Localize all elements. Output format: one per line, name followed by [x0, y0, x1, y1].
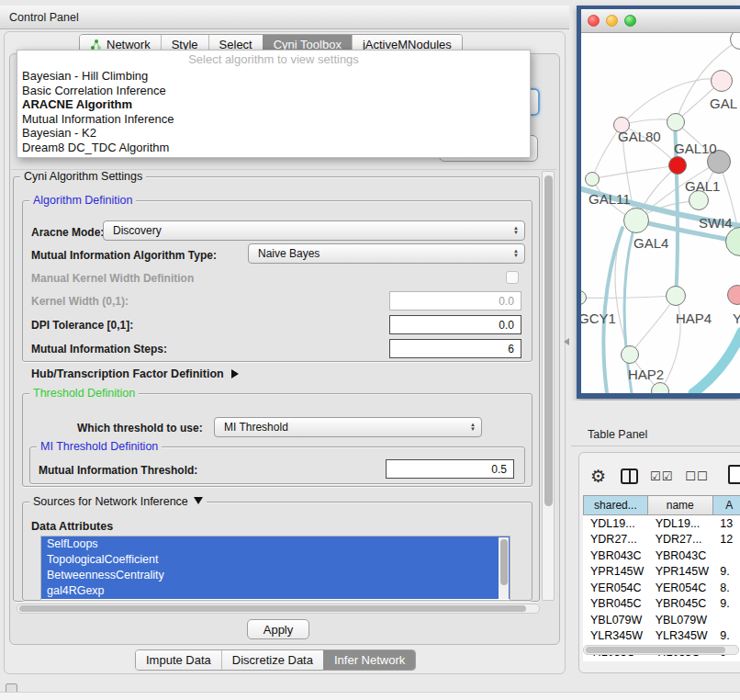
network-node-label: GAL: [710, 96, 737, 111]
table-row[interactable]: YLR345WYLR345W9.: [583, 628, 740, 645]
table-row[interactable]: YDL19...YDL19...13: [583, 515, 740, 532]
table-row[interactable]: YBR043CYBR043C: [583, 548, 740, 564]
table-cell: YER054C: [648, 580, 713, 596]
which-threshold-combobox[interactable]: MI Threshold ▲▼: [214, 417, 482, 437]
algorithm-option[interactable]: ARACNE Algorithm: [17, 97, 530, 112]
minimize-traffic-light-icon[interactable]: [606, 15, 618, 27]
sources-group-label[interactable]: Sources for Network Inference: [29, 495, 207, 508]
network-node-label: GCY1: [581, 310, 616, 326]
table-row[interactable]: YDR27...YDR27...12: [583, 532, 740, 548]
manual-kernel-checkbox[interactable]: [506, 271, 519, 284]
table-header-row: shared...nameA: [583, 495, 740, 515]
which-threshold-label: Which threshold to use:: [77, 422, 203, 435]
data-attributes-list: SelfLoopsTopologicalCoefficientBetweenne…: [40, 536, 510, 601]
dpi-tolerance-input[interactable]: 0.0: [389, 315, 521, 334]
data-attribute-item[interactable]: SelfLoops: [41, 536, 510, 552]
which-threshold-value: MI Threshold: [224, 421, 288, 434]
zoom-traffic-light-icon[interactable]: [624, 15, 636, 27]
deselect-all-checkbox-icon[interactable]: ☐☐: [685, 469, 708, 483]
stepper-icon: ▲▼: [470, 423, 476, 432]
table-row[interactable]: YBR045CYBR045C9.: [583, 596, 740, 613]
table-row[interactable]: YPR145WYPR145W9.: [583, 564, 740, 581]
network-node-label: SWI4: [699, 215, 733, 231]
tab-discretize-data[interactable]: Discretize Data: [221, 650, 323, 670]
aracne-mode-label: Aracne Mode:: [31, 226, 104, 239]
network-node-label: HAP4: [676, 310, 712, 326]
table-cell: 9.: [712, 628, 740, 645]
algorithm-dropdown-placeholder: Select algorithm to view settings: [17, 51, 530, 69]
table-cell: YBR045C: [648, 596, 713, 613]
algorithm-definition-label: Algorithm Definition: [29, 194, 136, 207]
network-node[interactable]: [668, 156, 687, 175]
table-row[interactable]: YER054CYER054C8.: [583, 580, 740, 596]
table-cell: 9.: [712, 564, 740, 581]
table-panel: ⚙ ☑☑ ☐☐ shared...nameA YDL19...YDL19...1…: [578, 452, 740, 673]
algorithm-option[interactable]: Basic Correlation Inference: [17, 84, 530, 98]
mi-threshold-input[interactable]: 0.5: [386, 459, 514, 479]
stepper-icon: ▲▼: [513, 249, 519, 258]
network-window-titlebar[interactable]: [581, 9, 740, 33]
expanded-arrow-icon: [194, 497, 203, 504]
aracne-mode-combobox[interactable]: Discovery ▲▼: [103, 220, 525, 241]
mi-steps-label: Mutual Information Steps:: [31, 343, 167, 356]
dpi-tolerance-label: DPI Tolerance [0,1]:: [31, 319, 133, 332]
network-canvas[interactable]: GAL80GAL10GAL1GAL11SWI4GAL4HAP4YGCY1HAP2…: [581, 33, 740, 393]
table-horizontal-scrollbar[interactable]: [583, 645, 739, 655]
mi-type-combobox[interactable]: Naive Bayes ▲▼: [248, 243, 525, 264]
table-cell: YER054C: [583, 580, 648, 596]
table-cell: 13: [712, 515, 740, 532]
table-cell: YDR27...: [648, 532, 713, 548]
table-row[interactable]: YBL079WYBL079W: [583, 612, 740, 628]
mi-steps-input[interactable]: 6: [389, 339, 521, 358]
column-header-name[interactable]: name: [648, 495, 713, 515]
table-cell: 9.: [712, 596, 740, 613]
data-attribute-item[interactable]: gal4RGexp: [41, 583, 510, 599]
table-panel-titlebar: Table Panel: [571, 401, 740, 446]
control-panel-titlebar: Control Panel: [0, 6, 569, 29]
network-node[interactable]: [621, 345, 639, 364]
network-node[interactable]: [667, 113, 685, 131]
table-cell: [712, 548, 740, 564]
tab-infer-network[interactable]: Infer Network: [323, 650, 415, 670]
table-cell: 12: [712, 532, 740, 548]
column-header-a[interactable]: A: [713, 495, 740, 515]
tab-impute-data[interactable]: Impute Data: [136, 650, 221, 670]
hub-definition-toggle[interactable]: Hub/Transcription Factor Definition: [31, 367, 239, 380]
network-node-label: GAL80: [618, 129, 661, 144]
algorithm-option[interactable]: Bayesian - K2: [17, 126, 530, 141]
bottom-tabbar: Impute DataDiscretize DataInfer Network: [135, 649, 416, 671]
gear-icon[interactable]: ⚙: [590, 466, 606, 487]
attributes-scrollbar[interactable]: [499, 537, 509, 599]
data-attribute-item[interactable]: BetweennessCentrality: [41, 568, 510, 583]
splitter-collapse-icon[interactable]: [564, 338, 569, 345]
algorithm-dropdown-list: Bayesian - Hill ClimbingBasic Correlatio…: [17, 69, 530, 154]
table-cell: YBR045C: [583, 596, 648, 613]
settings-vertical-scrollbar[interactable]: [542, 171, 555, 601]
algorithm-option[interactable]: Dream8 DC_TDC Algorithm: [17, 141, 530, 155]
network-node-label: GAL4: [633, 235, 668, 251]
mi-threshold-label: Mutual Information Threshold:: [39, 464, 197, 477]
mi-type-value: Naive Bayes: [258, 247, 320, 260]
data-attribute-item[interactable]: TopologicalCoefficient: [41, 552, 510, 568]
network-node-label: Y: [733, 310, 740, 326]
bottom-strip: [0, 692, 740, 700]
network-node[interactable]: [623, 208, 649, 233]
table-cell: YPR145W: [648, 564, 713, 581]
table-cell: YPR145W: [583, 564, 648, 581]
table-cell: YBL079W: [583, 612, 648, 628]
data-attributes-label: Data Attributes: [31, 520, 113, 533]
network-node[interactable]: [585, 172, 600, 186]
column-header-shared[interactable]: shared...: [583, 495, 648, 515]
settings-horizontal-scrollbar[interactable]: [17, 604, 540, 614]
network-node[interactable]: [711, 70, 733, 92]
network-node[interactable]: [666, 286, 686, 306]
select-all-checkbox-icon[interactable]: ☑☑: [650, 469, 673, 483]
file-icon[interactable]: [728, 465, 740, 484]
close-traffic-light-icon[interactable]: [588, 15, 600, 27]
algorithm-option[interactable]: Mutual Information Inference: [17, 112, 530, 127]
network-node-label: HAP2: [628, 367, 664, 382]
network-node-label: GAL1: [685, 178, 720, 194]
split-view-icon[interactable]: [621, 469, 638, 484]
algorithm-option[interactable]: Bayesian - Hill Climbing: [17, 69, 530, 84]
apply-button[interactable]: Apply: [247, 619, 309, 639]
